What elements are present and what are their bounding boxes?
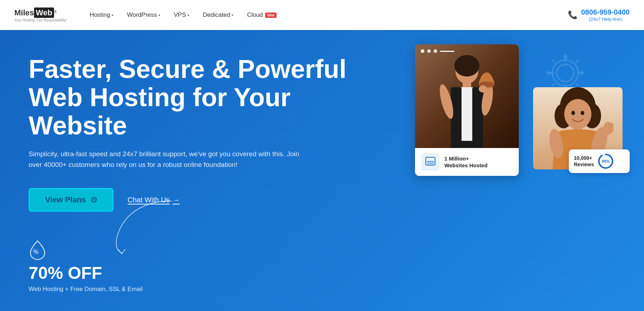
hero-section: Faster, Secure & Powerful Web Hosting fo… <box>0 30 644 311</box>
svg-point-5 <box>454 55 479 76</box>
phone-helpline: (24x7 Help-line) <box>581 16 630 22</box>
slide-dot-1[interactable] <box>421 49 424 53</box>
svg-point-23 <box>571 111 575 115</box>
nav-links: Hosting ▾ WordPress ▾ VPS ▾ Dedicated ▾ … <box>84 9 568 21</box>
nav-wordpress[interactable]: WordPress ▾ <box>122 9 165 21</box>
view-plans-circle-icon: ⊙ <box>91 195 97 204</box>
reviews-percent: 95% <box>602 159 610 163</box>
curved-arrow-icon <box>107 197 179 255</box>
view-plans-label: View Plans <box>45 195 86 204</box>
nav-vps[interactable]: VPS ▾ <box>169 9 194 21</box>
woman-image-card: 10,000+ Reviews 95% <box>533 87 623 169</box>
svg-text:WWW.: WWW. <box>427 161 434 163</box>
svg-rect-9 <box>451 87 462 148</box>
reviews-circle: 95% <box>597 153 614 169</box>
card-footer: WWW. 1 Million+ Websites Hosted <box>415 148 519 176</box>
slide-line <box>440 51 454 52</box>
nav-cloud-badge: New <box>265 13 277 18</box>
reviews-label: Reviews <box>574 161 594 168</box>
svg-point-24 <box>581 111 584 115</box>
reviews-badge: 10,000+ Reviews 95% <box>569 149 630 173</box>
nav-hosting[interactable]: Hosting ▾ <box>84 9 118 21</box>
nav-dedicated-arrow: ▾ <box>231 13 233 17</box>
nav-wordpress-arrow: ▾ <box>158 13 160 17</box>
phone-section: 📞 0806-959-0400 (24x7 Help-line) <box>568 8 630 22</box>
websites-hosted-count: 1 Million+ <box>444 155 488 162</box>
discount-icon: % <box>29 240 47 260</box>
svg-point-22 <box>564 99 591 129</box>
logo-miles: Miles <box>14 8 34 17</box>
logo[interactable]: MilesWeb® Your Hosting, Our Responsibili… <box>14 8 67 22</box>
svg-text:%: % <box>33 249 38 255</box>
reviews-count: 10,000+ <box>574 155 594 161</box>
discount-percent: 70% OFF <box>29 263 102 283</box>
phone-icon: 📞 <box>568 10 577 20</box>
hero-subtitle: Simplicity, ultra-fast speed and 24x7 br… <box>29 149 301 171</box>
nav-wordpress-label: WordPress <box>127 11 157 19</box>
nav-dedicated[interactable]: Dedicated ▾ <box>198 9 239 21</box>
nav-hosting-arrow: ▾ <box>112 13 113 17</box>
website-icon: WWW. <box>421 153 439 171</box>
pottery-svg <box>415 44 519 148</box>
logo-web: Web <box>34 8 54 18</box>
slide-dot-3[interactable] <box>434 49 437 53</box>
logo-reg: ® <box>54 10 57 14</box>
nav-cloud[interactable]: Cloud New <box>242 9 282 21</box>
www-icon: WWW. <box>425 157 436 167</box>
nav-cloud-label: Cloud <box>247 11 263 19</box>
nav-vps-arrow: ▾ <box>187 13 189 17</box>
svg-point-15 <box>479 85 487 93</box>
nav-hosting-label: Hosting <box>89 11 110 19</box>
svg-rect-28 <box>610 123 614 132</box>
pottery-illustration <box>415 44 519 148</box>
hero-images: WWW. 1 Million+ Websites Hosted <box>415 44 623 176</box>
svg-rect-10 <box>472 87 483 148</box>
slide-dot-2[interactable] <box>427 49 431 53</box>
hero-bottom: % 70% OFF Web Hosting + Free Domain, SSL… <box>29 240 615 293</box>
phone-number[interactable]: 0806-959-0400 <box>581 8 630 16</box>
navbar: MilesWeb® Your Hosting, Our Responsibili… <box>0 0 644 30</box>
view-plans-button[interactable]: View Plans ⊙ <box>29 188 113 212</box>
websites-hosted-label: Websites Hosted <box>444 162 488 169</box>
hero-title: Faster, Secure & Powerful Web Hosting fo… <box>29 55 351 140</box>
pottery-image-card: WWW. 1 Million+ Websites Hosted <box>415 44 519 176</box>
logo-tagline: Your Hosting, Our Responsibility! <box>14 18 67 22</box>
nav-dedicated-label: Dedicated <box>203 11 230 19</box>
discount-desc: Web Hosting + Free Domain, SSL & Email <box>29 286 143 293</box>
slide-indicators <box>421 49 454 53</box>
nav-vps-label: VPS <box>174 11 186 19</box>
